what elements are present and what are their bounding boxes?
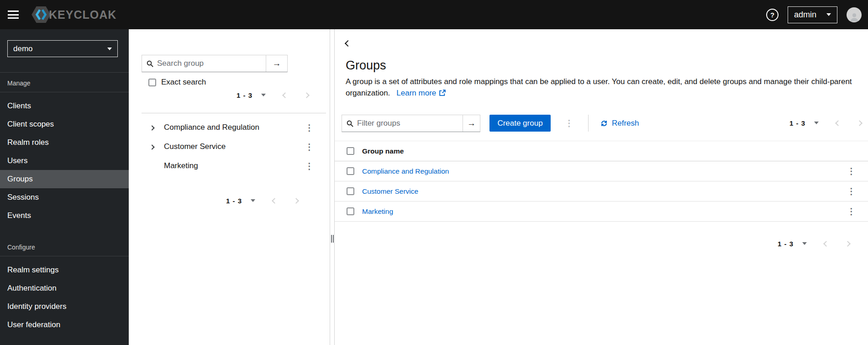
toolbar-kebab-menu-icon[interactable]: ⋮ [565, 119, 573, 127]
pagination-options-icon[interactable] [261, 94, 266, 96]
exact-search-checkbox[interactable] [148, 79, 156, 86]
column-header-group-name: Group name [362, 147, 404, 155]
table-pagination-top: 1 - 3 [789, 119, 862, 127]
page-description: A group is a set of attributes and role … [346, 76, 852, 99]
person-icon [849, 11, 860, 22]
help-icon[interactable]: ? [766, 9, 779, 21]
user-menu-dropdown[interactable]: admin [788, 6, 837, 23]
next-page-button[interactable] [857, 119, 862, 127]
tree-item-label[interactable]: Marketing [164, 161, 198, 170]
chevron-down-icon [107, 48, 112, 50]
tree-item-customer-service[interactable]: Customer Service ⋮ [129, 137, 330, 156]
pagination-options-icon[interactable] [251, 199, 255, 202]
select-all-checkbox[interactable] [347, 147, 354, 155]
avatar[interactable] [847, 7, 862, 22]
tree-pagination-top: 1 - 3 [237, 91, 309, 99]
refresh-icon [600, 120, 608, 127]
pagination-range: 1 - 3 [226, 197, 242, 205]
sidebar-item-realm-settings[interactable]: Realm settings [0, 261, 129, 279]
sidebar-item-identity-providers[interactable]: Identity providers [0, 297, 129, 316]
learn-more-link[interactable]: Learn more [396, 87, 446, 99]
prev-page-button[interactable] [836, 119, 840, 127]
groups-table: Group name Compliance and Regulation ⋮ C… [335, 141, 868, 222]
kebab-menu-icon[interactable]: ⋮ [305, 162, 314, 170]
create-group-button[interactable]: Create group [489, 115, 551, 132]
masthead: KEYCLOAK ? admin [0, 0, 868, 29]
kebab-menu-icon[interactable]: ⋮ [847, 167, 856, 175]
next-page-button[interactable] [294, 196, 298, 205]
group-search-group: → [142, 55, 288, 72]
chevron-down-icon [826, 13, 831, 16]
tree-item-compliance-and-regulation[interactable]: Compliance and Regulation ⋮ [129, 118, 330, 137]
row-checkbox[interactable] [347, 167, 354, 175]
kebab-menu-icon[interactable]: ⋮ [847, 207, 856, 216]
sidebar-item-sessions[interactable]: Sessions [0, 188, 129, 207]
search-submit-button[interactable]: → [266, 55, 287, 72]
group-link[interactable]: Marketing [362, 207, 393, 216]
username: admin [794, 10, 816, 20]
next-page-button[interactable] [846, 239, 850, 248]
learn-more-label: Learn more [396, 87, 436, 99]
keycloak-logo[interactable]: KEYCLOAK [32, 6, 116, 23]
filter-submit-button[interactable]: → [463, 115, 480, 132]
divider [142, 113, 326, 113]
pagination-options-icon[interactable] [802, 242, 807, 245]
sidebar-item-events[interactable]: Events [0, 207, 129, 225]
filter-groups-input[interactable] [357, 119, 458, 128]
nav-section-manage: Manage [0, 73, 129, 92]
table-row: Marketing ⋮ [335, 202, 868, 222]
tree-item-label[interactable]: Customer Service [164, 142, 226, 151]
groups-tree-panel: → Exact search 1 - 3 Compliance and Regu… [129, 29, 330, 345]
pagination-range: 1 - 3 [789, 119, 805, 127]
table-pagination-bottom: 1 - 3 [778, 239, 850, 248]
sidebar-item-groups[interactable]: Groups [0, 170, 129, 188]
realm-name: demo [13, 44, 33, 53]
expand-icon[interactable] [150, 143, 154, 151]
sidebar-item-realm-roles[interactable]: Realm roles [0, 133, 129, 152]
table-row: Compliance and Regulation ⋮ [335, 161, 868, 181]
toolbar-divider [588, 115, 589, 132]
tree-item-marketing[interactable]: Marketing ⋮ [129, 156, 330, 175]
group-link[interactable]: Compliance and Regulation [362, 167, 449, 175]
tree-item-label[interactable]: Compliance and Regulation [164, 123, 259, 132]
sidebar-item-client-scopes[interactable]: Client scopes [0, 115, 129, 133]
expand-icon[interactable] [150, 123, 154, 132]
group-link[interactable]: Customer Service [362, 187, 418, 196]
kebab-menu-icon[interactable]: ⋮ [847, 187, 856, 196]
tree-pagination-bottom: 1 - 3 [226, 196, 298, 205]
table-row: Customer Service ⋮ [335, 181, 868, 202]
nav-section-configure: Configure [0, 237, 129, 256]
search-icon [147, 60, 153, 67]
pagination-options-icon[interactable] [814, 122, 819, 124]
kebab-menu-icon[interactable]: ⋮ [305, 143, 314, 151]
filter-groups-group: → [342, 115, 480, 132]
search-icon [347, 120, 353, 127]
row-checkbox[interactable] [347, 187, 354, 195]
sidebar-item-users[interactable]: Users [0, 152, 129, 170]
nav-toggle-button[interactable] [8, 11, 19, 19]
refresh-label: Refresh [612, 119, 639, 128]
sidebar-item-authentication[interactable]: Authentication [0, 279, 129, 297]
pagination-range: 1 - 3 [778, 240, 794, 248]
page-title: Groups [346, 58, 386, 73]
groups-main-panel: Groups A group is a set of attributes an… [335, 29, 868, 345]
panel-resize-splitter[interactable] [330, 29, 335, 345]
prev-page-button[interactable] [283, 91, 287, 99]
splitter-grip-icon[interactable] [331, 235, 334, 243]
keycloak-logo-icon [32, 6, 51, 23]
kebab-menu-icon[interactable]: ⋮ [305, 123, 314, 132]
sidebar-item-clients[interactable]: Clients [0, 97, 129, 115]
exact-search-label: Exact search [161, 78, 206, 87]
prev-page-button[interactable] [273, 196, 277, 205]
prev-page-button[interactable] [824, 239, 828, 248]
next-page-button[interactable] [305, 91, 309, 99]
search-group-input[interactable] [157, 59, 261, 68]
pagination-range: 1 - 3 [237, 91, 253, 99]
collapse-panel-button[interactable] [346, 40, 350, 47]
sidebar-item-user-federation[interactable]: User federation [0, 316, 129, 334]
row-checkbox[interactable] [347, 207, 354, 215]
sidebar: demo Manage Clients Client scopes Realm … [0, 29, 129, 345]
refresh-button[interactable]: Refresh [600, 115, 639, 132]
realm-selector[interactable]: demo [7, 40, 118, 57]
external-link-icon [439, 90, 446, 96]
